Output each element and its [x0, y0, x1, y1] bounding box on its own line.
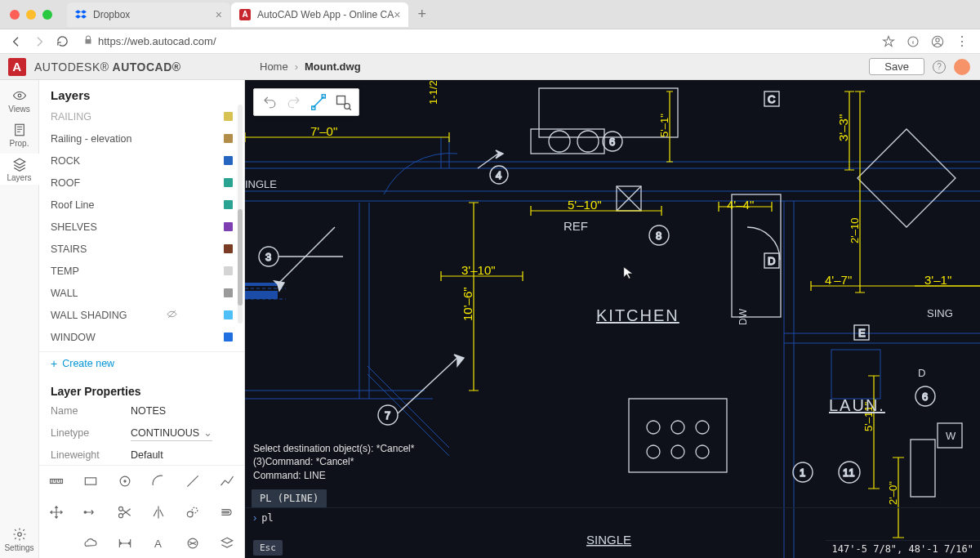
browser-tab-dropbox[interactable]: Dropbox ×	[67, 2, 230, 27]
rail-settings[interactable]: Settings	[0, 524, 39, 555]
prop-key: Lineweight	[51, 449, 131, 461]
svg-point-27	[647, 421, 660, 434]
layer-row[interactable]: WINDOW	[39, 326, 244, 348]
layer-color-swatch[interactable]	[224, 222, 233, 231]
layer-row[interactable]: Roof Line	[39, 194, 244, 216]
rail-label: Layers	[7, 173, 31, 182]
layer-row[interactable]: STAIRS	[39, 238, 244, 260]
layer-color-swatch[interactable]	[224, 333, 233, 341]
layer-row[interactable]: RAILING	[39, 105, 244, 127]
tool-line[interactable]	[176, 466, 210, 497]
tool-pline[interactable]	[210, 466, 244, 497]
svg-text:3: 3	[265, 251, 271, 263]
layer-color-swatch[interactable]	[224, 310, 233, 319]
window-close-button[interactable]	[10, 10, 20, 20]
layer-name: SHELVES	[51, 221, 97, 233]
visibility-off-icon[interactable]	[167, 309, 177, 322]
svg-point-12	[118, 507, 122, 511]
nav-forward-button[interactable]	[29, 32, 49, 51]
reload-button[interactable]	[52, 32, 72, 51]
canvas-toolbar	[253, 88, 359, 116]
layer-color-swatch[interactable]	[224, 244, 233, 253]
autocad-icon: A	[239, 9, 251, 20]
tool-move[interactable]	[39, 497, 74, 528]
tool-rect[interactable]	[74, 466, 108, 497]
url-input[interactable]: https://web.autocad.com/	[75, 35, 882, 47]
tool-copy[interactable]	[176, 497, 210, 528]
layer-row[interactable]: Railing - elevation	[39, 127, 244, 150]
command-input[interactable]: › pl	[245, 507, 980, 527]
cursor-icon	[622, 266, 637, 283]
command-suggestion[interactable]: PL (PLINE)	[252, 489, 327, 507]
layer-row[interactable]: WALL	[39, 282, 244, 304]
tab-close-icon[interactable]: ×	[216, 8, 222, 21]
rail-layers[interactable]: Layers	[0, 154, 39, 185]
zoom-window-button[interactable]	[331, 90, 355, 114]
tool-dim[interactable]	[108, 528, 142, 558]
tool-cloud[interactable]	[74, 528, 108, 558]
svg-text:D: D	[768, 255, 775, 267]
svg-point-14	[192, 507, 198, 513]
layer-color-swatch[interactable]	[224, 178, 233, 187]
svg-point-9	[123, 480, 125, 482]
layer-color-swatch[interactable]	[224, 266, 233, 275]
create-layer-button[interactable]: + Create new	[39, 352, 244, 375]
menu-icon[interactable]: ⋮	[956, 35, 969, 48]
tool-layeriso[interactable]	[210, 528, 244, 558]
rail-views[interactable]: Views	[0, 85, 39, 116]
tool-mirror[interactable]	[141, 497, 176, 528]
tool-offset[interactable]	[210, 497, 244, 528]
linetype-select[interactable]: CONTINUOUS ⌄	[131, 425, 212, 441]
info-icon[interactable]	[906, 35, 920, 48]
layer-color-swatch[interactable]	[224, 200, 233, 209]
save-button[interactable]: Save	[869, 58, 924, 75]
redo-button[interactable]	[282, 90, 306, 114]
layer-row[interactable]: WALL SHADING	[39, 304, 244, 326]
osnap-button[interactable]	[306, 90, 331, 114]
nav-back-button[interactable]	[7, 32, 26, 51]
tool-hatch[interactable]	[176, 528, 210, 558]
user-avatar[interactable]	[954, 59, 970, 75]
dim-4-7: 4'–7"	[825, 273, 852, 287]
layer-row[interactable]: SHELVES	[39, 216, 244, 238]
command-history: Select destination object(s): *Cancel* (…	[245, 439, 980, 486]
label-laundry: LAUN.	[829, 396, 885, 414]
svg-rect-62	[312, 106, 315, 109]
star-icon[interactable]	[882, 35, 895, 48]
tab-label: Dropbox	[93, 9, 130, 20]
layer-row[interactable]: ROOF	[39, 172, 244, 194]
window-maximize-button[interactable]	[42, 10, 52, 20]
dim-4-4: 4'–4"	[727, 198, 754, 212]
panel-title: Layers	[39, 80, 244, 105]
tool-rotate[interactable]	[74, 497, 108, 528]
tool-trim[interactable]	[108, 497, 142, 528]
layer-row[interactable]: ROCK	[39, 150, 244, 172]
esc-hint: Esc	[245, 541, 283, 553]
tool-grid: A	[39, 465, 244, 558]
new-tab-button[interactable]: +	[409, 6, 434, 23]
layer-color-swatch[interactable]	[224, 156, 233, 165]
layer-color-swatch[interactable]	[224, 288, 233, 297]
layer-color-swatch[interactable]	[224, 134, 233, 143]
tool-text[interactable]: A	[141, 528, 176, 558]
browser-tab-autocad[interactable]: A AutoCAD Web App - Online CA ×	[231, 2, 408, 27]
breadcrumb-home[interactable]: Home	[260, 60, 288, 73]
window-minimize-button[interactable]	[26, 10, 36, 20]
layer-name: RAILING	[51, 111, 91, 123]
nav-rail: Views Prop. Layers Settings	[0, 80, 39, 558]
tab-close-icon[interactable]: ×	[394, 8, 400, 21]
panel-scrollbar[interactable]	[238, 105, 243, 324]
profile-icon[interactable]	[931, 35, 944, 48]
tool-arc[interactable]	[141, 466, 176, 497]
help-icon[interactable]: ?	[933, 60, 946, 74]
layer-color-swatch[interactable]	[224, 112, 233, 121]
undo-button[interactable]	[257, 90, 282, 114]
drawing-canvas[interactable]: 7'–0" 5'–10" 3'–10" 10'–6" 5'–1" 4'–4" 3…	[245, 80, 980, 558]
layer-row[interactable]: TEMP	[39, 260, 244, 282]
tool-measure[interactable]	[39, 466, 74, 497]
layer-name: WALL SHADING	[51, 310, 127, 321]
prop-lineweight: Lineweight Default	[39, 445, 244, 465]
rail-prop[interactable]: Prop.	[0, 119, 39, 150]
esc-key[interactable]: Esc	[253, 540, 283, 556]
tool-circle[interactable]	[108, 466, 142, 497]
